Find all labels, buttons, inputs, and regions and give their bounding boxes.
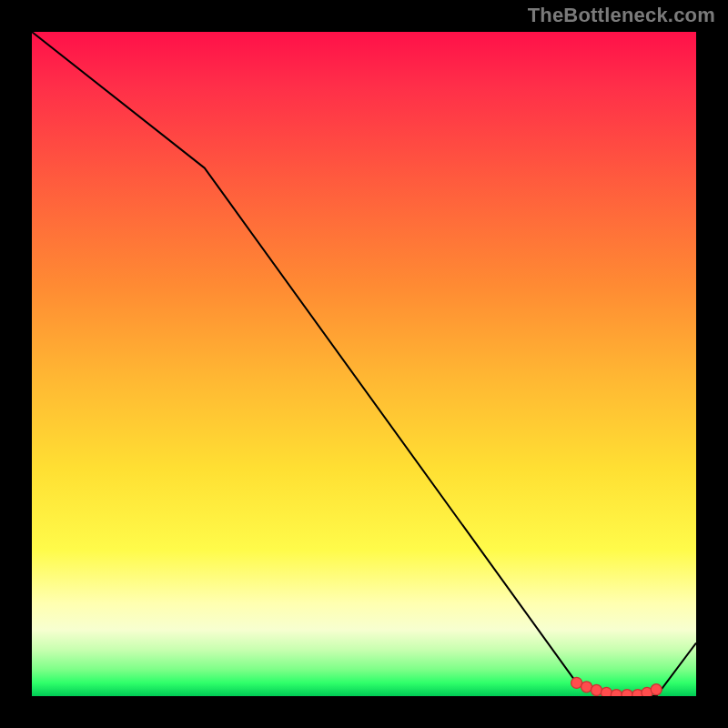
chart-marker (611, 690, 622, 696)
chart-line (32, 32, 696, 696)
chart-marker (581, 682, 592, 693)
chart-markers (571, 677, 662, 696)
chart-marker (601, 687, 612, 696)
chart-marker (651, 684, 662, 695)
plot-area (32, 32, 696, 696)
chart-overlay (32, 32, 696, 696)
attribution-label: TheBottleneck.com (528, 4, 715, 27)
chart-marker (622, 690, 632, 696)
chart-frame: TheBottleneck.com (0, 0, 728, 728)
chart-marker (571, 677, 582, 688)
chart-marker (592, 684, 602, 695)
